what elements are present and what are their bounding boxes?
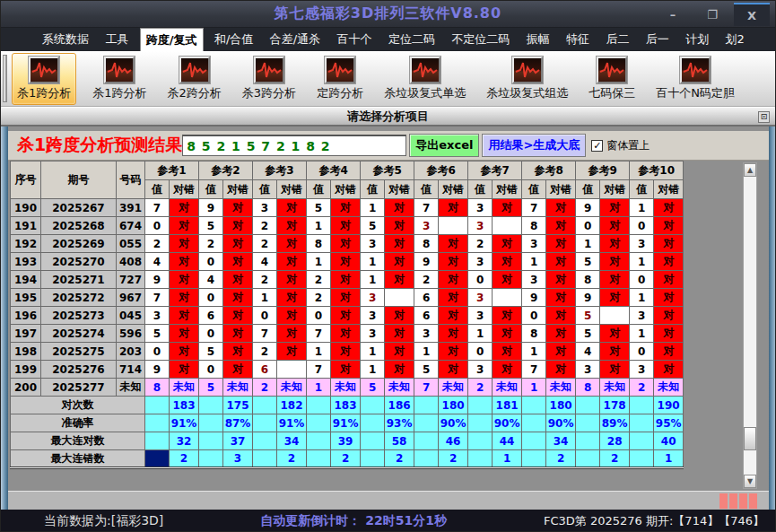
value-cell[interactable]: 1	[522, 343, 546, 361]
status-cell[interactable]: 对	[277, 289, 307, 307]
status-cell[interactable]: 对	[493, 199, 522, 217]
toolbar-button[interactable]: 杀1跨分析	[88, 54, 151, 104]
summary-value-cell[interactable]: 3	[223, 450, 253, 468]
status-cell[interactable]: 对	[654, 307, 684, 325]
value-cell[interactable]: 5	[307, 199, 331, 217]
summary-value-cell[interactable]: 46	[439, 432, 468, 450]
status-cell[interactable]: 对	[170, 361, 199, 379]
status-cell[interactable]: 对	[439, 271, 468, 289]
value-cell[interactable]: 1	[630, 253, 654, 271]
seq-cell[interactable]: 199	[11, 361, 41, 379]
status-cell[interactable]: 对	[493, 271, 522, 289]
summary-value-cell[interactable]: 91%	[170, 414, 199, 432]
value-cell[interactable]: 2	[253, 343, 277, 361]
toolbar-button[interactable]: 杀1跨分析	[12, 53, 76, 105]
summary-value-cell[interactable]: 2	[385, 450, 414, 468]
toolbar-button[interactable]: 杀垃圾复式单选	[379, 54, 470, 104]
value-cell[interactable]: 2	[253, 217, 277, 235]
summary-spacer-cell[interactable]	[630, 414, 654, 432]
status-cell[interactable]: 对	[331, 217, 361, 235]
value-cell[interactable]: 4	[145, 253, 170, 271]
value-cell[interactable]: 5	[414, 361, 439, 379]
status-cell[interactable]: 对	[654, 343, 684, 361]
value-cell[interactable]: 6	[199, 307, 223, 325]
panel-toggle-icon[interactable]: ⊡	[758, 111, 770, 123]
value-cell[interactable]: 6	[414, 307, 439, 325]
value-cell[interactable]: 2	[253, 379, 277, 397]
scrollbar-thumb[interactable]	[744, 427, 756, 450]
status-cell[interactable]: 未知	[385, 379, 414, 397]
value-cell[interactable]: 3	[468, 361, 493, 379]
value-cell[interactable]: 0	[253, 307, 277, 325]
value-cell[interactable]: 3	[361, 289, 385, 307]
menu-item[interactable]: 合差/通杀	[265, 28, 326, 51]
seq-cell[interactable]: 195	[11, 289, 41, 307]
status-cell[interactable]: 对	[277, 343, 307, 361]
number-cell[interactable]: 203	[117, 343, 145, 361]
value-cell[interactable]: 3	[361, 325, 385, 343]
status-cell[interactable]: 对	[223, 271, 253, 289]
toolbar-button[interactable]: 杀3跨分析	[238, 54, 301, 104]
summary-value-cell[interactable]: 58	[385, 432, 414, 450]
summary-value-cell[interactable]: 2	[170, 450, 199, 468]
value-cell[interactable]: 7	[414, 199, 439, 217]
summary-value-cell[interactable]: 190	[654, 397, 684, 414]
status-cell[interactable]: 对	[277, 253, 307, 271]
status-cell[interactable]: 对	[385, 361, 414, 379]
summary-value-cell[interactable]: 186	[385, 397, 414, 414]
summary-value-cell[interactable]: 2	[600, 450, 630, 468]
summary-spacer-cell[interactable]	[630, 432, 654, 450]
period-cell[interactable]: 2025273	[41, 307, 117, 325]
status-cell[interactable]: 对	[439, 307, 468, 325]
summary-value-cell[interactable]: 2	[277, 450, 307, 468]
value-cell[interactable]: 5	[361, 379, 385, 397]
summary-spacer-cell[interactable]	[199, 397, 223, 414]
status-cell[interactable]: 未知	[331, 379, 361, 397]
scroll-down-icon[interactable]: ▼	[744, 475, 756, 488]
status-cell[interactable]: 对	[654, 325, 684, 343]
status-cell[interactable]: 对	[170, 253, 199, 271]
summary-value-cell[interactable]: 34	[546, 432, 576, 450]
status-cell[interactable]: 对	[331, 235, 361, 253]
value-cell[interactable]: 0	[630, 343, 654, 361]
summary-spacer-cell[interactable]	[630, 397, 654, 414]
number-cell[interactable]: 408	[117, 253, 145, 271]
summary-spacer-cell[interactable]	[468, 397, 493, 414]
number-cell[interactable]: 未知	[117, 379, 145, 397]
summary-spacer-cell[interactable]	[576, 450, 600, 468]
value-cell[interactable]: 9	[145, 271, 170, 289]
status-cell[interactable]: 对	[170, 289, 199, 307]
status-cell[interactable]: 对	[385, 325, 414, 343]
status-cell[interactable]: 对	[331, 343, 361, 361]
menu-item[interactable]: 振幅	[521, 28, 555, 51]
status-cell[interactable]: 对	[223, 217, 253, 235]
value-cell[interactable]: 3	[361, 307, 385, 325]
value-cell[interactable]: 4	[253, 253, 277, 271]
value-cell[interactable]: 3	[468, 307, 493, 325]
value-cell[interactable]: 9	[576, 199, 600, 217]
status-cell[interactable]: 对	[600, 253, 630, 271]
menu-item[interactable]: 定位二码	[383, 28, 440, 51]
value-cell[interactable]: 9	[414, 253, 439, 271]
summary-spacer-cell[interactable]	[253, 397, 277, 414]
value-cell[interactable]: 7	[307, 361, 331, 379]
value-cell[interactable]: 1	[361, 271, 385, 289]
status-cell[interactable]: 对	[385, 343, 414, 361]
status-cell[interactable]: 对	[654, 217, 684, 235]
summary-spacer-cell[interactable]	[576, 432, 600, 450]
minimize-icon[interactable]: –	[655, 3, 691, 26]
summary-value-cell[interactable]: 183	[331, 397, 361, 414]
value-cell[interactable]: 0	[576, 217, 600, 235]
period-cell[interactable]: 2025276	[41, 361, 117, 379]
summary-value-cell[interactable]: 90%	[439, 414, 468, 432]
value-cell[interactable]: 0	[307, 307, 331, 325]
menu-item[interactable]: 百十个	[331, 28, 377, 51]
value-cell[interactable]: 7	[145, 199, 170, 217]
status-cell[interactable]: 对	[223, 253, 253, 271]
summary-spacer-cell[interactable]	[307, 432, 331, 450]
status-cell[interactable]: 对	[277, 307, 307, 325]
status-cell[interactable]: 对	[600, 199, 630, 217]
summary-value-cell[interactable]: 34	[277, 432, 307, 450]
value-cell[interactable]: 6	[414, 289, 439, 307]
toolbar-button[interactable]: 百十个N码定胆	[651, 54, 739, 104]
